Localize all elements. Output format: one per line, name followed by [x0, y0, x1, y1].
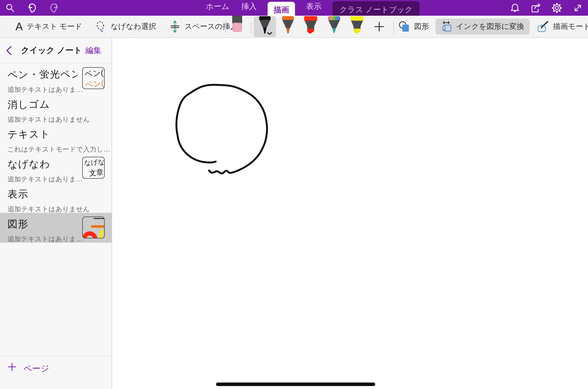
svg-text:なげな: なげな	[84, 158, 104, 167]
tab-home[interactable]: ホーム	[205, 1, 230, 16]
lasso-select-button[interactable]: なげなわ選択	[95, 21, 156, 33]
ribbon-tabs: ホーム 挿入 描画 表示 クラス ノートブック	[205, 0, 420, 16]
shapes-label: 図形	[414, 21, 429, 32]
convert-ink-label: インクを図形に変換	[456, 21, 524, 32]
chevron-down-icon	[268, 33, 272, 34]
page-list-item-view[interactable]: 表示 追加テキストはありません	[0, 183, 112, 213]
add-page-label: ページ	[23, 362, 49, 374]
page-list-item-lasso[interactable]: なげなわ 追加テキストはありま… なげな 文章	[0, 153, 112, 183]
eraser-tool[interactable]	[232, 16, 243, 32]
page-title-ink: 表示	[7, 187, 77, 201]
svg-text:ペン(: ペン(	[84, 68, 104, 78]
topbar-left-group	[4, 0, 60, 16]
tab-class-notebook[interactable]: クラス ノートブック	[332, 1, 419, 16]
draw-mode-button[interactable]: 描画モード	[536, 21, 588, 33]
pen-divider	[251, 22, 251, 34]
page-list-item-eraser[interactable]: 消しゴム 追加テキストはありません	[0, 93, 112, 123]
draw-mode-icon	[536, 21, 549, 33]
shapes-icon	[398, 21, 410, 33]
undo-icon[interactable]	[26, 2, 38, 14]
lasso-select-label: なげなわ選択	[111, 21, 156, 32]
letter-a-icon: A	[15, 21, 23, 32]
notebook-section-title: クイック ノート	[17, 45, 85, 56]
ink-stroke-circle	[172, 82, 272, 178]
topbar-right-group	[509, 0, 584, 16]
lasso-icon	[95, 21, 107, 33]
edit-button[interactable]: 編集	[85, 45, 112, 56]
plus-icon	[7, 362, 16, 371]
drawing-canvas[interactable]	[113, 38, 588, 389]
tab-insert[interactable]: 挿入	[240, 1, 258, 16]
page-list-item-pen-highlighter[interactable]: ペン・蛍光ペン 追加テキストはありま… ペン( ペン(	[0, 63, 112, 93]
page-list-sidebar: クイック ノート 編集 ペン・蛍光ペン 追加テキストはありま… ペン( ペン( …	[0, 38, 112, 389]
text-mode-button[interactable]: A テキスト モード	[15, 21, 82, 32]
share-icon[interactable]	[530, 2, 542, 14]
pen-black-selected[interactable]	[254, 16, 276, 37]
sidebar-header: クイック ノート 編集	[0, 38, 112, 63]
insert-space-button[interactable]: スペースの挿入	[169, 20, 238, 33]
tab-view[interactable]: 表示	[305, 1, 322, 16]
onenote-app-window: ホーム 挿入 描画 表示 クラス ノートブック A テキスト	[0, 0, 588, 389]
add-pen-button[interactable]	[374, 21, 385, 32]
page-list-item-shapes[interactable]: 図形 追加テキストはありま…	[0, 213, 112, 243]
draw-ribbon-toolbar: A テキスト モード なげなわ選択 スペースの挿入	[0, 16, 588, 38]
back-chevron-icon[interactable]	[0, 45, 17, 56]
convert-ink-to-shape-button[interactable]: インクを図形に変換	[436, 19, 530, 35]
convert-ink-icon	[441, 21, 452, 33]
page-list: ペン・蛍光ペン 追加テキストはありま… ペン( ペン( 消しゴム 追加テキストは…	[0, 63, 112, 356]
page-title-ink: テキスト	[7, 127, 77, 141]
pen-galaxy[interactable]	[327, 16, 341, 34]
toolbar-left-group: A テキスト モード なげなわ選択 スペースの挿入	[15, 16, 238, 37]
text-mode-label: テキスト モード	[27, 21, 82, 32]
bell-icon[interactable]	[509, 2, 521, 14]
insert-space-label: スペースの挿入	[185, 21, 238, 32]
redo-icon[interactable]	[48, 2, 60, 14]
pen-orange[interactable]	[281, 16, 295, 34]
highlighter-red[interactable]	[304, 16, 318, 34]
gear-icon[interactable]	[551, 2, 563, 14]
highlighter-yellow[interactable]	[350, 16, 364, 34]
page-subtitle: 追加テキストはありません	[7, 205, 112, 214]
draw-mode-label: 描画モード	[553, 21, 588, 32]
toolbar-divider	[225, 21, 226, 33]
search-icon[interactable]	[4, 2, 16, 14]
page-subtitle: 追加テキストはありません	[7, 115, 112, 124]
page-title-ink: なげなわ	[7, 157, 77, 171]
shapes-button[interactable]: 図形	[398, 21, 429, 33]
page-title-ink: ペン・蛍光ペン	[7, 67, 77, 82]
page-title-ink: 消しゴム	[7, 97, 77, 111]
add-page-button[interactable]: ページ	[0, 356, 112, 389]
tab-draw[interactable]: 描画	[268, 2, 295, 16]
toolbar-right-group: 図形 インクを図形に変換 描画モード	[398, 16, 588, 37]
page-thumbnail: ペン( ペン(	[82, 67, 105, 89]
top-app-bar: ホーム 挿入 描画 表示 クラス ノートブック	[0, 0, 588, 16]
page-title-ink: 図形	[7, 217, 77, 231]
home-indicator[interactable]	[216, 383, 375, 386]
svg-text:文章: 文章	[89, 168, 104, 177]
page-list-item-text[interactable]: テキスト これはテキストモードで入力し…	[0, 123, 112, 153]
svg-text:ペン(: ペン(	[84, 78, 104, 89]
pen-strip-divider	[393, 22, 394, 34]
expand-icon[interactable]	[572, 2, 584, 14]
page-subtitle: これはテキストモードで入力し…	[7, 145, 112, 154]
page-thumbnail: なげな 文章	[82, 157, 105, 179]
insert-space-icon	[169, 20, 181, 33]
page-thumbnail	[82, 217, 105, 238]
